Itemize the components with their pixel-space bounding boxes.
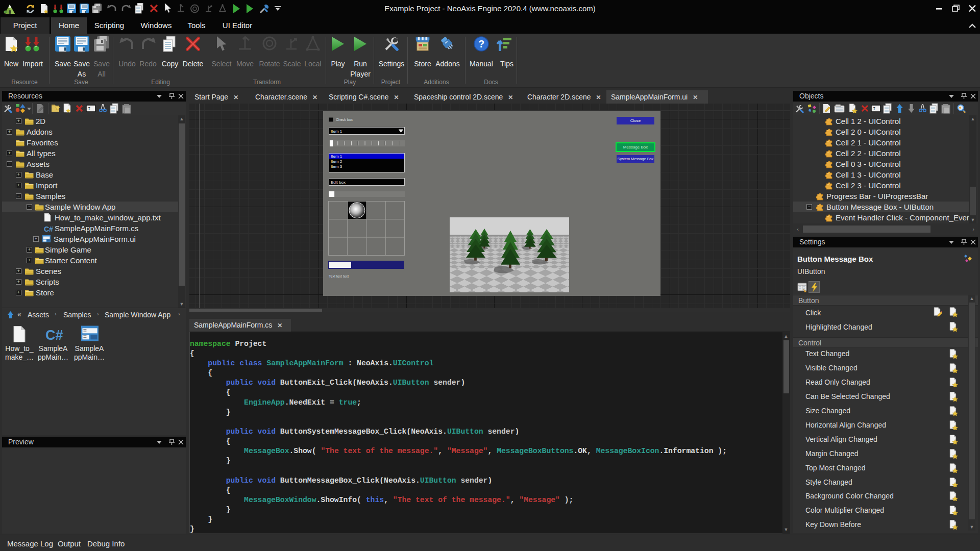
svg-text:C#: C# xyxy=(45,328,63,342)
svg-text:?: ? xyxy=(478,38,484,49)
svg-text:I: I xyxy=(873,107,875,112)
svg-text:I: I xyxy=(88,107,90,112)
